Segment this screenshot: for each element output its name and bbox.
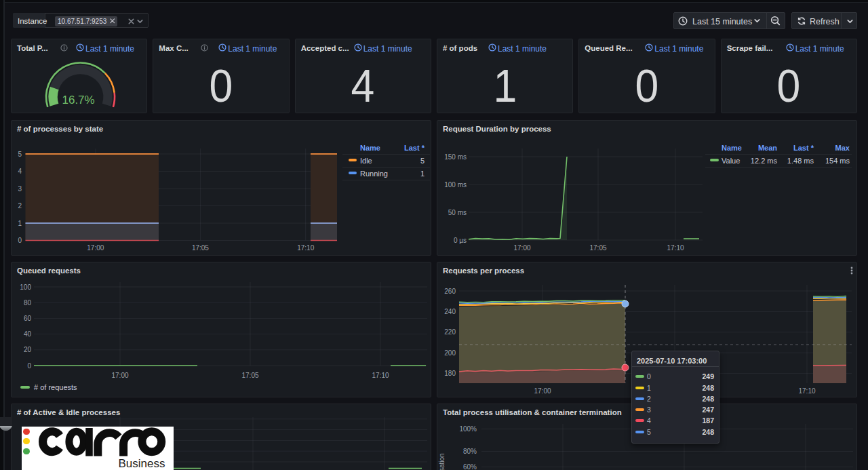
svg-text:220: 220 [444,328,456,336]
svg-text:0: 0 [18,237,22,244]
svg-text:17:05: 17:05 [192,244,209,252]
svg-text:5: 5 [18,151,22,158]
svg-text:50 ms: 50 ms [448,209,467,216]
svg-text:# of requests: # of requests [34,383,77,391]
svg-text:17:00: 17:00 [513,244,530,252]
svg-text:4: 4 [18,168,22,175]
svg-text:1: 1 [18,220,22,227]
svg-text:60: 60 [24,315,32,322]
svg-text:40: 40 [24,330,32,338]
svg-text:17:10: 17:10 [372,372,389,379]
svg-text:Utilisation: Utilisation [438,453,446,470]
svg-text:100 ms: 100 ms [444,181,467,189]
svg-text:17:05: 17:05 [589,244,606,252]
svg-text:180: 180 [444,370,456,377]
svg-text:60%: 60% [463,463,477,470]
svg-text:200: 200 [444,349,456,357]
svg-text:100%: 100% [459,425,477,433]
svg-text:80%: 80% [463,448,477,455]
svg-text:0 µs: 0 µs [454,237,467,244]
svg-text:17:00: 17:00 [534,387,551,395]
svg-text:0: 0 [27,362,31,370]
svg-text:17:05: 17:05 [241,372,258,379]
svg-text:3: 3 [18,185,22,193]
svg-text:2: 2 [18,202,22,210]
svg-text:260: 260 [444,288,456,295]
svg-text:150 ms: 150 ms [444,153,467,161]
svg-text:80: 80 [24,299,32,307]
svg-text:100: 100 [20,283,31,291]
svg-text:17:10: 17:10 [667,244,684,252]
svg-text:17:00: 17:00 [87,244,104,252]
svg-text:17:10: 17:10 [798,387,815,395]
svg-text:17:00: 17:00 [111,372,128,379]
svg-text:20: 20 [24,346,32,353]
svg-text:17:10: 17:10 [297,244,314,252]
svg-text:240: 240 [444,308,456,315]
